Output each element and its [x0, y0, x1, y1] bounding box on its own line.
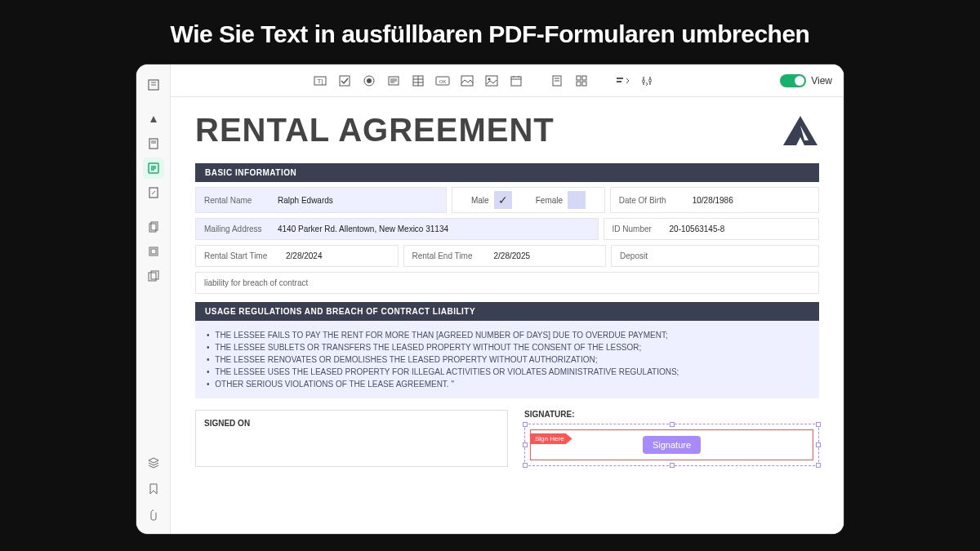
regulation-item: THE LESSEE USES THE LEASED PROPERTY FOR …: [207, 366, 808, 378]
deposit-label: Deposit: [620, 251, 693, 260]
view-toggle[interactable]: View: [780, 74, 832, 87]
svg-rect-42: [577, 76, 581, 80]
button-tool-icon[interactable]: OK: [435, 73, 450, 88]
highlight-icon[interactable]: [143, 109, 164, 130]
svg-point-21: [367, 78, 372, 83]
signature-button[interactable]: Signature: [643, 436, 701, 454]
page-thumbnails-icon[interactable]: [143, 74, 164, 96]
company-logo-icon: [782, 114, 819, 147]
copy-pages-icon[interactable]: [143, 216, 164, 238]
female-label: Female: [536, 196, 563, 205]
resize-handle-icon[interactable]: [816, 463, 821, 468]
regulation-item: THE LESSEE SUBLETS OR TRANSFERS THE LEAS…: [207, 341, 808, 353]
pdf-editor-window: T| OK View: [136, 64, 844, 534]
basic-info-header: BASIC INFORMATION: [195, 163, 819, 182]
male-checkbox[interactable]: ✓: [494, 191, 512, 209]
date-tool-icon[interactable]: [509, 73, 523, 88]
signature-tool-icon[interactable]: [484, 73, 499, 88]
deposit-field[interactable]: Deposit: [611, 245, 819, 267]
rental-name-field[interactable]: Rental Name Ralph Edwards: [195, 187, 447, 213]
resize-handle-icon[interactable]: [523, 442, 528, 447]
male-label: Male: [471, 196, 489, 205]
svg-rect-45: [582, 82, 586, 86]
attachment-icon[interactable]: [143, 504, 164, 526]
sign-here-tag: Sign Here: [530, 433, 572, 444]
dropdown-tool-icon[interactable]: [386, 73, 401, 88]
listbox-tool-icon[interactable]: [411, 73, 425, 88]
form-fields-icon[interactable]: [143, 158, 164, 179]
svg-rect-35: [511, 77, 521, 86]
liability-field[interactable]: liability for breach of contract: [195, 272, 819, 294]
left-rail: [136, 64, 171, 534]
form-tool-icon[interactable]: [550, 73, 564, 88]
end-label: Rental End Time: [412, 251, 494, 260]
end-time-field[interactable]: Rental End Time 2/28/2025: [403, 245, 607, 267]
settings-tool-icon[interactable]: [639, 73, 654, 88]
checkbox-tool-icon[interactable]: [337, 73, 352, 88]
svg-point-49: [649, 79, 652, 82]
radio-tool-icon[interactable]: [362, 73, 376, 88]
document-title: RENTAL AGREEMENT: [195, 112, 555, 149]
id-label: ID Number: [612, 224, 670, 233]
resize-handle-icon[interactable]: [816, 422, 821, 427]
svg-rect-14: [151, 249, 156, 254]
form-toolbar: T| OK View: [171, 64, 844, 97]
id-number-field[interactable]: ID Number 20-10563145-8: [604, 218, 819, 240]
document-canvas: RENTAL AGREEMENT BASIC INFORMATION Renta…: [171, 97, 844, 534]
regulation-item: OTHER SERIOUS VIOLATIONS OF THE LEASE AG…: [207, 378, 808, 390]
svg-rect-3: [149, 139, 158, 149]
svg-point-34: [488, 78, 491, 80]
start-label: Rental Start Time: [204, 251, 286, 260]
regulation-item: THE LESSEE FAILS TO PAY THE RENT FOR MOR…: [207, 329, 808, 341]
dob-label: Date Of Birth: [619, 196, 693, 205]
page-heading: Wie Sie Text in ausfüllbaren PDF-Formula…: [0, 0, 980, 64]
text-field-tool-icon[interactable]: T|: [313, 73, 327, 88]
dob-value: 10/28/1986: [693, 196, 733, 205]
id-value: 20-10563145-8: [670, 224, 725, 233]
mailing-value: 4140 Parker Rd. Allentown, New Mexico 31…: [278, 224, 448, 233]
resize-handle-icon[interactable]: [670, 463, 675, 468]
gender-field: Male ✓ Female: [452, 187, 604, 213]
svg-rect-19: [340, 76, 350, 86]
signature-field[interactable]: Sign Here Signature: [524, 424, 819, 466]
grid-tool-icon[interactable]: [574, 73, 589, 88]
resize-handle-icon[interactable]: [816, 442, 821, 447]
regulation-item: THE LESSEE RENOVATES OR DEMOLISHES THE L…: [207, 353, 808, 366]
female-checkbox[interactable]: [568, 191, 586, 209]
view-label: View: [811, 75, 832, 87]
bookmark-icon[interactable]: [143, 478, 164, 500]
edit-page-icon[interactable]: [143, 182, 164, 203]
main-area: T| OK View: [171, 64, 844, 534]
toggle-switch-icon[interactable]: [780, 74, 806, 87]
align-tool-icon[interactable]: [615, 73, 630, 88]
duplicate-icon[interactable]: [143, 265, 164, 287]
svg-rect-43: [582, 76, 586, 80]
image-field-tool-icon[interactable]: [460, 73, 474, 88]
signed-on-field[interactable]: SIGNED ON: [195, 410, 508, 467]
svg-point-48: [643, 80, 645, 82]
resize-handle-icon[interactable]: [670, 422, 675, 427]
regulations-list: THE LESSEE FAILS TO PAY THE RENT FOR MOR…: [195, 321, 819, 398]
svg-text:T|: T|: [318, 78, 323, 85]
rental-name-value: Ralph Edwards: [278, 196, 333, 205]
rental-name-label: Rental Name: [204, 196, 278, 205]
layers-icon[interactable]: [143, 452, 164, 473]
dob-field[interactable]: Date Of Birth 10/28/1986: [610, 187, 819, 213]
signed-on-label: SIGNED ON: [204, 419, 250, 428]
start-value: 2/28/2024: [286, 251, 323, 260]
end-value: 2/28/2025: [494, 251, 531, 260]
annotate-icon[interactable]: [143, 133, 164, 154]
mailing-address-field[interactable]: Mailing Address 4140 Parker Rd. Allentow…: [195, 218, 599, 240]
svg-rect-44: [577, 82, 581, 86]
svg-text:OK: OK: [439, 78, 447, 83]
usage-regulations-header: USAGE REGULATIONS AND BREACH OF CONTRACT…: [195, 302, 819, 321]
start-time-field[interactable]: Rental Start Time 2/28/2024: [195, 245, 399, 267]
signature-heading: SIGNATURE:: [524, 410, 819, 419]
organize-icon[interactable]: [143, 241, 164, 262]
liability-text: liability for breach of contract: [204, 278, 308, 287]
resize-handle-icon[interactable]: [523, 422, 528, 427]
mailing-label: Mailing Address: [204, 224, 278, 233]
resize-handle-icon[interactable]: [523, 463, 528, 468]
